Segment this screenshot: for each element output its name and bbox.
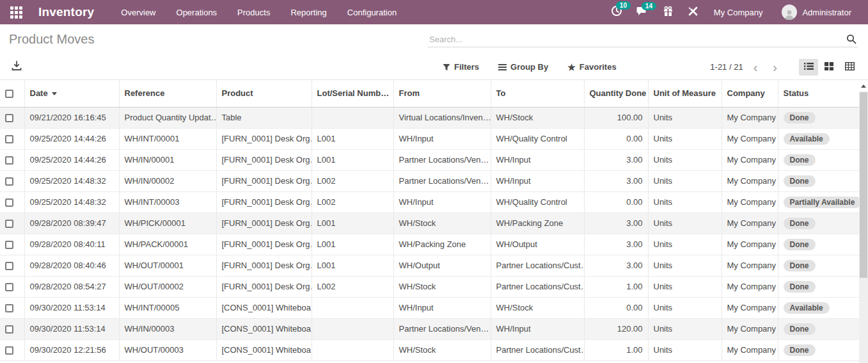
table-row[interactable]: 09/25/2020 14:48:32 WH/IN/00002 [FURN_00…	[0, 170, 859, 191]
cell-quantity-done: 1.00	[584, 276, 648, 297]
cell-product: [FURN_0001] Desk Org…	[216, 128, 312, 149]
row-checkbox[interactable]	[5, 156, 13, 165]
cell-date: 09/30/2020 11:53:14	[24, 318, 119, 339]
table-row[interactable]: 09/30/2020 11:53:14 WH/INT/00005 [CONS_0…	[0, 297, 859, 318]
menu-overview[interactable]: Overview	[113, 4, 163, 21]
gift-button[interactable]	[659, 3, 677, 22]
cell-unit-of-measure: Units	[648, 128, 722, 149]
row-checkbox[interactable]	[5, 198, 13, 207]
cell-company: My Company	[722, 128, 778, 149]
table-row[interactable]: 09/25/2020 14:44:26 WH/IN/00001 [FURN_00…	[0, 149, 859, 170]
scroll-up-arrow-icon	[861, 85, 866, 88]
menu-products[interactable]: Products	[230, 4, 278, 21]
table-row[interactable]: 09/28/2020 08:54:27 WH/OUT/00002 [FURN_0…	[0, 276, 859, 297]
cell-company: My Company	[722, 255, 778, 276]
search-input[interactable]	[429, 35, 846, 44]
pivot-view-button[interactable]	[840, 59, 859, 76]
pager-previous-button[interactable]: ‹	[748, 61, 763, 74]
column-header-company[interactable]: Company	[722, 80, 778, 107]
activities-button[interactable]: 10	[607, 3, 626, 22]
cell-product: [FURN_0001] Desk Org…	[216, 276, 312, 297]
cell-date: 09/28/2020 08:40:11	[24, 234, 119, 255]
apps-grid-glyph	[10, 6, 22, 19]
cell-status: Done	[778, 339, 859, 360]
column-header-to[interactable]: To	[491, 80, 584, 107]
row-checkbox[interactable]	[5, 262, 13, 270]
app-title[interactable]: Inventory	[38, 5, 94, 19]
row-checkbox[interactable]	[5, 177, 13, 186]
table-row[interactable]: 09/30/2020 11:53:14 WH/IN/00003 [CONS_00…	[0, 318, 859, 339]
column-header-reference[interactable]: Reference	[119, 80, 216, 107]
cell-to-location: WH/Stock	[491, 107, 584, 128]
column-header-date[interactable]: Date	[24, 80, 119, 107]
row-checkbox[interactable]	[5, 135, 13, 143]
table-row[interactable]: 09/28/2020 08:40:46 WH/OUT/00001 [FURN_0…	[0, 255, 859, 276]
group-by-button[interactable]: Group By	[498, 62, 548, 72]
cell-status: Available	[778, 128, 859, 149]
apps-grid-icon[interactable]	[8, 4, 24, 20]
kanban-view-button[interactable]	[819, 59, 839, 76]
menu-configuration[interactable]: Configuration	[340, 4, 404, 21]
column-header-from[interactable]: From	[393, 80, 491, 107]
user-menu[interactable]: Administrator	[774, 2, 860, 22]
search-icon[interactable]	[846, 34, 856, 44]
cell-date: 09/25/2020 14:44:26	[24, 149, 119, 170]
cell-date: 09/21/2020 16:16:45	[24, 107, 119, 128]
tools-button[interactable]	[684, 3, 702, 22]
row-checkbox[interactable]	[5, 346, 13, 355]
scroll-up-button[interactable]	[859, 80, 868, 92]
column-header-product[interactable]: Product	[216, 80, 312, 107]
column-header-status[interactable]: Status	[778, 80, 859, 107]
cell-from-location: Partner Locations/Ven…	[393, 170, 491, 191]
cell-company: My Company	[722, 170, 778, 191]
column-header-lot[interactable]: Lot/Serial Numb…	[312, 80, 393, 107]
row-checkbox[interactable]	[5, 325, 13, 334]
cell-quantity-done: 0.00	[584, 191, 648, 213]
table-row[interactable]: 09/21/2020 16:16:45 Product Quantity Upd…	[0, 107, 859, 128]
column-header-uom[interactable]: Unit of Measure	[648, 80, 722, 107]
status-badge: Done	[784, 112, 816, 124]
table-row[interactable]: 09/28/2020 08:39:47 WH/PICK/00001 [FURN_…	[0, 213, 859, 234]
pager: 1-21 / 21 ‹ ›	[710, 61, 782, 74]
cell-quantity-done: 3.00	[584, 149, 648, 170]
status-badge: Done	[784, 344, 816, 356]
vertical-scrollbar[interactable]	[859, 80, 868, 363]
cell-status: Done	[778, 149, 859, 170]
status-badge: Available	[784, 302, 830, 314]
pivot-table-icon	[845, 61, 855, 73]
menu-reporting[interactable]: Reporting	[283, 4, 334, 21]
cell-from-location: Partner Locations/Ven…	[393, 318, 491, 339]
row-checkbox[interactable]	[5, 220, 13, 228]
cell-lot-serial: L001	[312, 149, 393, 170]
cell-lot-serial: L001	[312, 234, 393, 255]
column-header-quantity-done[interactable]: Quantity Done	[584, 80, 648, 107]
cell-quantity-done: 100.00	[584, 107, 648, 128]
table-row[interactable]: 09/25/2020 14:44:26 WH/INT/00001 [FURN_0…	[0, 128, 859, 149]
list-view-button[interactable]	[799, 59, 818, 76]
cell-reference: WH/OUT/00003	[119, 339, 216, 360]
row-checkbox[interactable]	[5, 304, 13, 312]
cell-quantity-done: 0.00	[584, 297, 648, 318]
filters-button[interactable]: Filters	[443, 62, 479, 72]
table-row[interactable]: 09/25/2020 14:48:32 WH/INT/00003 [FURN_0…	[0, 191, 859, 213]
cell-company: My Company	[722, 234, 778, 255]
pager-next-button[interactable]: ›	[768, 61, 782, 74]
table-row[interactable]: 09/30/2020 12:21:56 WH/OUT/00003 [CONS_0…	[0, 339, 859, 360]
cell-status: Done	[778, 276, 859, 297]
cell-company: My Company	[722, 149, 778, 170]
scrollbar-thumb[interactable]	[860, 92, 867, 278]
company-switcher[interactable]: My Company	[709, 8, 768, 17]
favorites-button[interactable]: ★ Favorites	[567, 62, 616, 72]
row-checkbox[interactable]	[5, 114, 13, 122]
select-all-checkbox[interactable]	[5, 90, 13, 98]
messages-button[interactable]: 14	[633, 3, 652, 22]
table-row[interactable]: 09/28/2020 08:40:11 WH/PACK/00001 [FURN_…	[0, 234, 859, 255]
menu-operations[interactable]: Operations	[169, 4, 225, 21]
row-checkbox[interactable]	[5, 241, 13, 249]
cell-company: My Company	[722, 339, 778, 360]
export-button[interactable]	[9, 58, 24, 76]
cell-checkbox	[0, 255, 24, 276]
cell-checkbox	[0, 297, 24, 318]
row-checkbox[interactable]	[5, 283, 13, 291]
cell-lot-serial: L001	[312, 128, 393, 149]
